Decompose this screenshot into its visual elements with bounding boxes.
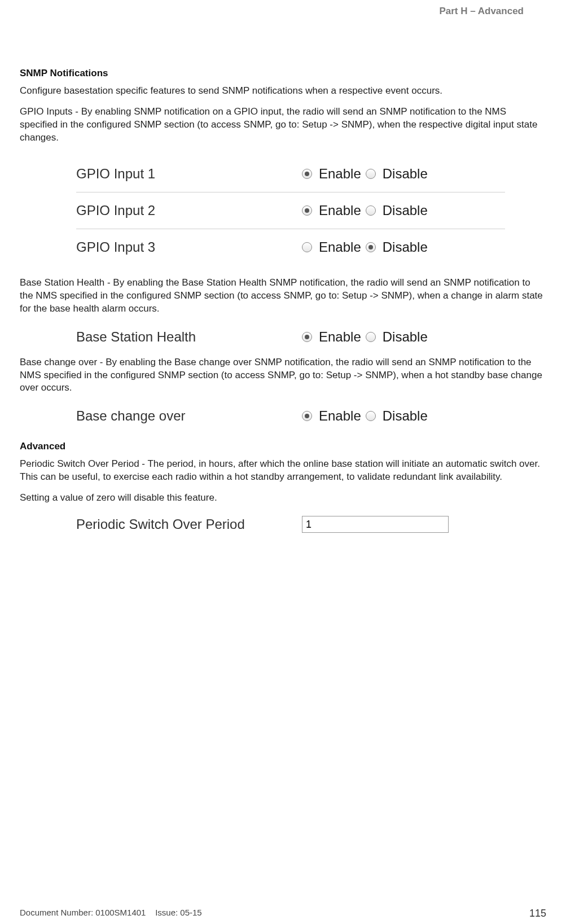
periodic-label: Periodic Switch Over Period	[76, 516, 302, 532]
disable-label: Disable	[383, 239, 428, 255]
gpio-figure: GPIO Input 1 Enable Disable GPIO Input 2…	[76, 156, 505, 265]
gpio-2-controls: Enable Disable	[302, 203, 428, 218]
bco-enable-radio[interactable]	[302, 411, 312, 421]
bsh-enable-radio[interactable]	[302, 332, 312, 342]
disable-label: Disable	[383, 203, 428, 218]
bsh-controls: Enable Disable	[302, 329, 428, 345]
enable-label: Enable	[319, 203, 361, 218]
gpio-3-enable-radio[interactable]	[302, 242, 312, 252]
issue: Issue: 05-15	[155, 908, 202, 917]
bco-label: Base change over	[76, 408, 302, 424]
advanced-p1: Periodic Switch Over Period - The period…	[20, 458, 546, 484]
gpio-paragraph: GPIO Inputs - By enabling SNMP notificat…	[20, 106, 546, 144]
gpio-2-label: GPIO Input 2	[76, 203, 302, 218]
enable-label: Enable	[319, 239, 361, 255]
periodic-row: Periodic Switch Over Period 1	[76, 513, 505, 536]
bco-paragraph: Base change over - By enabling the Base …	[20, 356, 546, 395]
enable-label: Enable	[319, 329, 361, 345]
bco-disable-radio[interactable]	[366, 411, 376, 421]
periodic-value-input[interactable]: 1	[302, 516, 449, 533]
disable-label: Disable	[383, 166, 428, 182]
bsh-disable-radio[interactable]	[366, 332, 376, 342]
bsh-row: Base Station Health Enable Disable	[76, 323, 505, 351]
advanced-p2: Setting a value of zero will disable thi…	[20, 492, 546, 505]
snmp-intro: Configure basestation specific features …	[20, 85, 546, 98]
disable-label: Disable	[383, 329, 428, 345]
bsh-figure: Base Station Health Enable Disable	[76, 323, 505, 351]
gpio-row-3: GPIO Input 3 Enable Disable	[76, 229, 505, 265]
gpio-2-disable-radio[interactable]	[366, 205, 376, 216]
gpio-3-label: GPIO Input 3	[76, 239, 302, 255]
gpio-3-disable-radio[interactable]	[366, 242, 376, 252]
enable-label: Enable	[319, 408, 361, 424]
section-header: Part H – Advanced	[20, 6, 546, 17]
bco-row: Base change over Enable Disable	[76, 402, 505, 430]
gpio-2-enable-radio[interactable]	[302, 205, 312, 216]
page-number: 115	[529, 908, 546, 919]
bco-figure: Base change over Enable Disable	[76, 402, 505, 430]
gpio-1-enable-radio[interactable]	[302, 169, 312, 179]
periodic-figure: Periodic Switch Over Period 1	[76, 513, 505, 536]
snmp-heading: SNMP Notifications	[20, 68, 546, 79]
disable-label: Disable	[383, 408, 428, 424]
bsh-label: Base Station Health	[76, 329, 302, 345]
page-footer: Document Number: 0100SM1401 Issue: 05-15…	[20, 908, 546, 919]
gpio-3-controls: Enable Disable	[302, 239, 428, 255]
gpio-row-2: GPIO Input 2 Enable Disable	[76, 192, 505, 229]
footer-left: Document Number: 0100SM1401 Issue: 05-15	[20, 908, 202, 919]
gpio-1-disable-radio[interactable]	[366, 169, 376, 179]
gpio-1-label: GPIO Input 1	[76, 166, 302, 182]
enable-label: Enable	[319, 166, 361, 182]
advanced-heading: Advanced	[20, 441, 546, 452]
document-page: Part H – Advanced SNMP Notifications Con…	[0, 0, 566, 924]
gpio-row-1: GPIO Input 1 Enable Disable	[76, 156, 505, 192]
bco-controls: Enable Disable	[302, 408, 428, 424]
bsh-paragraph: Base Station Health - By enabling the Ba…	[20, 277, 546, 316]
doc-number: Document Number: 0100SM1401	[20, 908, 146, 917]
gpio-1-controls: Enable Disable	[302, 166, 428, 182]
